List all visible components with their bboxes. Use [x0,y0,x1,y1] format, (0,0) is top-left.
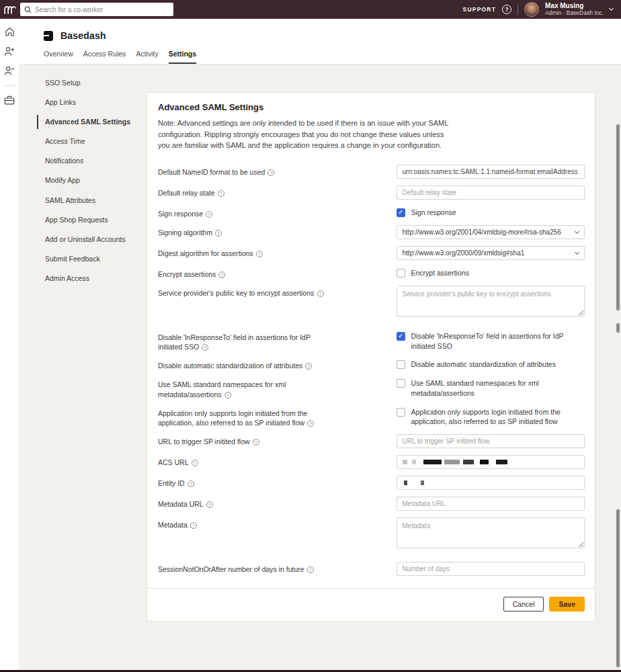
scrollbar-thumb[interactable] [616,323,620,333]
field-label: Service provider's public key to encrypt… [158,286,331,319]
field-label-text: Disable 'InResponseTo' field in assertio… [158,333,310,351]
sidebar-item-add-or-uninstall-accounts[interactable]: Add or Uninstall Accounts [37,233,144,247]
default-nameid-format-to-be-used-input[interactable] [397,165,585,179]
save-button[interactable]: Save [549,597,585,612]
field-label-text: Metadata URL [158,500,204,508]
checkbox-wrap: Disable automatic standardization of att… [397,358,585,370]
form-row-application-only-supports-login-initiated-from-the-application-also-referred-to-as-sp-initiated-flow: Application only supports login initiate… [158,406,585,427]
sidebar-item-saml-attributes[interactable]: SAML Attributes [37,194,144,208]
user-menu[interactable]: Max Musing Admin · BaseDash Inc. [545,2,604,16]
tab-activity[interactable]: Activity [136,50,158,64]
field-control [397,165,585,179]
sign-response-checkbox[interactable] [397,208,405,217]
field-control: Sign response [397,206,585,218]
sidebar-item-admin-access[interactable]: Admin Access [37,271,144,286]
support-link[interactable]: SUPPORT [463,6,497,13]
chevron-down-icon[interactable] [609,6,614,11]
form-row-metadata: Metadata? [158,517,585,551]
help-icon[interactable]: ? [188,480,194,487]
checkbox-wrap: Use SAML standard namespaces for xml met… [397,377,585,398]
panel-title: Advanced SAML Settings [158,102,585,112]
sidebar-item-modify-app[interactable]: Modify App [37,173,144,187]
help-circle-icon[interactable]: ? [502,5,511,14]
disable-inresponseto-field-in-assertions-for-idp-initiated-sso-checkbox[interactable] [397,332,405,341]
use-saml-standard-namespaces-for-xml-metadata-assertions-checkbox[interactable] [397,379,405,388]
checkbox-label: Sign response [411,208,456,218]
metadata-textarea[interactable] [397,517,585,548]
topbar-divider [518,5,518,15]
cancel-button[interactable]: Cancel [503,597,544,612]
checkbox-wrap: Encrypt assertions [397,267,585,278]
home-icon[interactable] [5,27,15,37]
field-label: Default NameID format to be used? [158,165,331,179]
field-label: Sign response? [158,206,331,218]
help-icon[interactable]: ? [317,290,324,297]
help-icon[interactable]: ? [253,439,259,446]
acs-url-input[interactable] [397,455,585,469]
scrollbar-thumb[interactable] [616,509,620,667]
help-icon[interactable]: ? [192,460,198,466]
field-label: Disable 'InResponseTo' field in assertio… [158,330,331,351]
form-row-url-to-trigger-sp-initited-flow: URL to trigger SP initited flow? [158,434,585,448]
form-row-default-nameid-format-to-be-used: Default NameID format to be used? [158,165,585,179]
url-to-trigger-sp-initited-flow-input[interactable] [397,434,585,448]
application-only-supports-login-initiated-from-the-application-also-referred-to-as-sp-initiated-flow-checkbox[interactable] [397,408,405,417]
form-row-use-saml-standard-namespaces-for-xml-metadata-assertions: Use SAML standard namespaces for xml met… [158,377,585,398]
search-input[interactable] [35,6,169,13]
help-icon[interactable]: ? [218,190,224,197]
select-value: http://www.w3.org/2000/09/xmldsig#sha1 [403,249,575,257]
help-icon[interactable]: ? [256,251,263,257]
scrollbar-thumb[interactable] [616,124,620,310]
sidebar-item-submit-feedback[interactable]: Submit Feedback [37,252,144,266]
default-relay-state-input[interactable] [397,185,585,200]
help-icon[interactable]: ? [202,344,208,351]
help-icon[interactable]: ? [218,271,225,278]
briefcase-icon[interactable] [4,95,15,105]
field-control [397,476,585,490]
panel-note: Note: Advanced settings are only intende… [158,118,454,151]
signing-algorithm-select[interactable]: http://www.w3.org/2001/04/xmldsig-more#r… [397,225,585,239]
field-label-text: Signing algorithm [158,228,212,237]
avatar[interactable] [524,2,539,17]
help-icon[interactable]: ? [267,169,274,176]
tab-bar: OverviewAccess RulesActivitySettings [44,50,196,64]
checkbox-label: Encrypt assertions [411,268,469,278]
sidebar-item-advanced-saml-settings[interactable]: Advanced SAML Settings [37,115,144,129]
digest-algorithm-for-assertions-select[interactable]: http://www.w3.org/2000/09/xmldsig#sha1 [397,246,585,260]
sidebar-item-sso-setup[interactable]: SSO Setup [37,76,144,90]
tab-settings[interactable]: Settings [169,50,196,64]
service-provider-s-public-key-to-encrypt-assertions-textarea[interactable] [397,286,585,317]
help-icon[interactable]: ? [206,501,213,508]
redacted-block [444,460,460,464]
help-icon[interactable]: ? [224,392,231,398]
entity-id-input[interactable] [397,476,585,490]
field-control [397,185,585,200]
tab-access-rules[interactable]: Access Rules [83,50,126,64]
person-add-icon[interactable] [4,46,15,56]
sidebar-item-access-time[interactable]: Access Time [37,134,144,149]
form-row-encrypt-assertions: Encrypt assertions?Encrypt assertions [158,267,585,279]
help-icon[interactable]: ? [190,522,197,529]
person-remove-icon[interactable] [4,66,15,76]
sessionnotonorafter-number-of-days-in-future-input[interactable] [397,562,585,576]
field-label: Application only supports login initiate… [158,406,331,427]
disable-automatic-standardization-of-attributes-checkbox[interactable] [397,360,405,369]
global-search[interactable] [20,3,173,16]
tab-overview[interactable]: Overview [44,50,73,64]
help-icon[interactable]: ? [206,211,212,218]
form-row-service-provider-s-public-key-to-encrypt-assertions: Service provider's public key to encrypt… [158,286,585,319]
help-icon[interactable]: ? [215,230,222,237]
sidebar-item-notifications[interactable]: Notifications [37,154,144,168]
field-control [397,517,585,551]
sidebar-item-app-links[interactable]: App Links [37,95,144,110]
help-icon[interactable]: ? [307,420,314,427]
select-value: http://www.w3.org/2001/04/xmldsig-more#r… [403,228,575,236]
encrypt-assertions-checkbox[interactable] [397,269,405,278]
form-row-entity-id: Entity ID? [158,476,585,490]
sidebar-item-app-shop-requests[interactable]: App Shop Requests [37,213,144,227]
metadata-url-input[interactable] [397,497,585,511]
user-role: Admin · BaseDash Inc. [545,10,604,17]
rippling-logo[interactable] [0,5,20,14]
help-icon[interactable]: ? [305,363,312,370]
help-icon[interactable]: ? [307,566,314,573]
